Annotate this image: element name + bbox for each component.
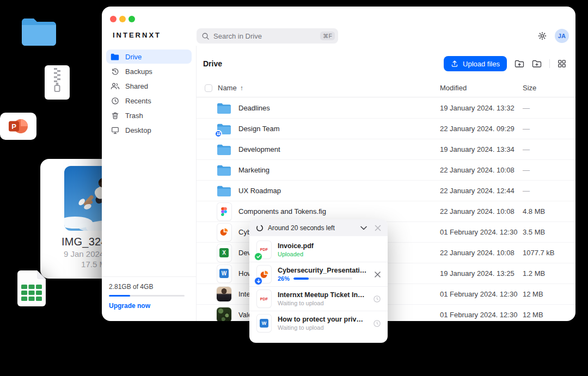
doc-icon: W: [217, 266, 231, 281]
upload-status: Uploaded: [278, 251, 381, 257]
sidebar-item-desktop[interactable]: Desktop: [106, 123, 192, 137]
sidebar-item-label: Shared: [125, 82, 148, 90]
collapse-popup-chevron-icon[interactable]: [360, 226, 367, 230]
file-modified: 22 January 2024. 10:08: [440, 207, 523, 215]
size-column-header[interactable]: Size: [523, 84, 566, 92]
storage-progress-fill: [109, 295, 130, 297]
sort-ascending-icon: ↑: [240, 84, 243, 92]
sidebar-item-shared[interactable]: Shared: [106, 79, 192, 93]
zoom-window-button[interactable]: [128, 16, 135, 22]
sidebar-item-label: Trash: [125, 112, 143, 120]
user-avatar[interactable]: JA: [555, 29, 569, 43]
upload-item-name: Internxt Meetup Ticket Info.pdf: [278, 291, 366, 299]
xls-icon: X: [217, 245, 231, 261]
floating-spreadsheet-icon[interactable]: [17, 270, 46, 309]
upload-item-name: How to protect your privacy.doc: [278, 316, 366, 323]
settings-gear-icon[interactable]: [537, 31, 547, 41]
folder-icon: [217, 163, 231, 178]
sidebar-item-label: Backups: [125, 67, 152, 76]
sidebar-item-recents[interactable]: Recents: [106, 94, 192, 108]
grid-view-button[interactable]: [558, 59, 566, 68]
pdf-file-icon: PDF: [257, 241, 271, 258]
file-name: Deadlines: [238, 104, 440, 112]
cancel-upload-icon[interactable]: [374, 271, 381, 278]
file-name: UX Roadmap: [238, 187, 440, 195]
upload-status: Waiting to upload: [278, 300, 366, 306]
table-row[interactable]: UX Roadmap22 January 2024. 12:44—: [197, 180, 575, 201]
sidebar-item-label: Drive: [125, 53, 142, 61]
search-input[interactable]: Search in Drive ⌘F: [197, 28, 338, 44]
sidebar-item-label: Desktop: [125, 126, 151, 134]
trash-icon: [110, 111, 120, 120]
sidebar-item-backups[interactable]: Backups: [106, 64, 192, 78]
file-size: 4.8 MB: [523, 207, 566, 215]
file-size: —: [523, 104, 566, 112]
toolbar-divider: [549, 59, 550, 68]
file-modified: 01 February 2024. 12:30: [440, 311, 523, 319]
shared-folder-badge-icon: [215, 130, 222, 138]
floating-zip-icon[interactable]: [45, 65, 70, 102]
figma-icon: [217, 204, 231, 219]
file-size: —: [523, 125, 566, 133]
window-controls: [110, 16, 135, 22]
file-modified: 22 January 2024. 09:29: [440, 125, 523, 133]
file-modified: 01 February 2024. 12:30: [440, 290, 523, 298]
waiting-clock-icon: [373, 295, 381, 303]
storage-progress-bar: [109, 295, 185, 297]
table-row[interactable]: Marketing22 January 2024. 10:08—: [197, 159, 575, 180]
close-popup-icon[interactable]: [375, 225, 381, 231]
upgrade-link[interactable]: Upgrade now: [109, 302, 150, 310]
file-modified: 19 January 2024. 13:34: [440, 145, 523, 153]
upload-progress-popup: Around 20 seconds left PDFInvoice.pdfUpl…: [249, 219, 388, 343]
header-actions: JA: [537, 29, 575, 44]
waiting-clock-icon: [373, 319, 381, 328]
sidebar: DriveBackupsSharedRecentsTrashDesktop 2.…: [102, 46, 197, 321]
upload-eta-text: Around 20 seconds left: [268, 224, 356, 232]
file-size: —: [523, 145, 566, 153]
folder-icon: [217, 142, 231, 157]
modified-column-header[interactable]: Modified: [440, 84, 523, 92]
table-row[interactable]: Development19 January 2024. 13:34—: [197, 139, 575, 159]
floating-folder-icon[interactable]: [21, 16, 57, 50]
upload-item: WHow to protect your privacy.docWaiting …: [249, 311, 388, 335]
search-icon: [201, 32, 210, 40]
file-size: —: [523, 187, 566, 195]
storage-panel: 2.81GB of 4GB Upgrade now: [102, 276, 196, 321]
toolbar: Upload files: [444, 56, 566, 71]
upload-files-button[interactable]: Upload files: [444, 56, 507, 71]
file-name: Design Team: [238, 125, 440, 133]
file-modified: 19 January 2024. 13:32: [440, 104, 523, 112]
new-folder-button[interactable]: [532, 59, 542, 68]
floating-powerpoint-icon[interactable]: P: [0, 113, 36, 140]
photo-person-icon: [217, 287, 231, 302]
upload-folder-button[interactable]: [514, 59, 524, 68]
file-modified: 01 February 2024. 12:30: [440, 228, 523, 236]
ppt-file-icon: [257, 266, 271, 283]
photo-plant-icon: [217, 307, 231, 322]
upload-item-name: Invoice.pdf: [278, 242, 381, 250]
page-title: Drive: [203, 59, 222, 68]
ppt-icon: [217, 225, 231, 240]
file-name: Marketing: [238, 166, 440, 174]
upload-progress-bar: [293, 278, 352, 280]
table-row[interactable]: Components and Tokens.fig22 January 2024…: [197, 201, 575, 221]
table-row[interactable]: Deadlines19 January 2024. 13:32—: [197, 97, 575, 118]
search-shortcut-badge: ⌘F: [320, 32, 335, 40]
search-placeholder: Search in Drive: [213, 32, 316, 40]
desktop-icon: [110, 126, 120, 134]
upload-item: PDFInternxt Meetup Ticket Info.pdfWaitin…: [249, 286, 388, 311]
upload-item: Cybersecurity_Presentation.ppt26%: [249, 262, 388, 286]
minimize-window-button[interactable]: [119, 16, 126, 22]
file-modified: 19 January 2024. 13:25: [440, 269, 523, 278]
name-column-header[interactable]: Name ↑: [218, 84, 440, 92]
select-all-checkbox[interactable]: [205, 84, 212, 92]
storage-usage-text: 2.81GB of 4GB: [109, 283, 185, 291]
table-row[interactable]: Design Team22 January 2024. 09:29—: [197, 118, 575, 139]
upload-percent: 26%: [278, 275, 290, 282]
sidebar-item-trash[interactable]: Trash: [106, 108, 192, 122]
close-window-button[interactable]: [110, 16, 117, 22]
upload-popup-header: Around 20 seconds left: [249, 219, 388, 236]
file-modified: 22 January 2024. 10:08: [440, 249, 523, 257]
file-size: 3.5 MB: [523, 228, 566, 236]
sidebar-item-drive[interactable]: Drive: [106, 50, 192, 64]
